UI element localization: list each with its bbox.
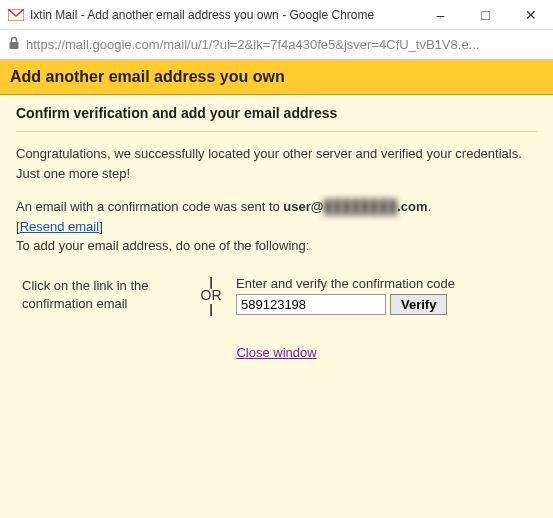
code-label: Enter and verify the confirmation code [236,276,537,291]
page-header: Add another email address you own [0,60,553,95]
sent-blur: ████████ [324,199,398,214]
congrats-line1: Congratulations, we successfully located… [16,146,522,161]
lock-icon [8,36,20,53]
address-bar[interactable]: https://mail.google.com/mail/u/1/?ui=2&i… [0,30,553,60]
congrats-line2: Just one more step! [16,166,130,181]
close-window-link[interactable]: Close window [236,345,316,360]
options-row: Click on the link in the confirmation em… [16,276,537,315]
content-area: Confirm verification and add your email … [0,95,553,518]
sent-prefix: An email with a confirmation code was se… [16,199,283,214]
verify-button[interactable]: Verify [390,294,447,315]
url-text: https://mail.google.com/mail/u/1/?ui=2&i… [26,37,479,52]
close-window-row: Close window [16,345,537,360]
congrats-text: Congratulations, we successfully located… [16,144,537,183]
sent-user: user@ [283,199,323,214]
resend-email-link[interactable]: Resend email [20,219,100,234]
gmail-icon [8,9,24,21]
option-enter-code: Enter and verify the confirmation code V… [236,276,537,315]
sent-domain: .com [397,199,427,214]
code-input-row: Verify [236,294,537,315]
option-click-link: Click on the link in the confirmation em… [16,277,186,313]
sub-header: Confirm verification and add your email … [16,105,537,132]
confirmation-code-input[interactable] [236,294,386,315]
or-divider: | OR | [186,277,236,313]
maximize-button[interactable]: □ [463,0,508,30]
window-titlebar: Ixtin Mail - Add another email address y… [0,0,553,30]
sent-text: An email with a confirmation code was se… [16,197,537,256]
divider-bar-top: | [209,277,213,286]
sent-todo: To add your email address, do one of the… [16,238,309,253]
minimize-button[interactable]: – [418,0,463,30]
svg-rect-1 [10,42,19,49]
sent-suffix: . [428,199,432,214]
close-button[interactable]: ✕ [508,0,553,30]
window-controls: – □ ✕ [418,0,553,30]
page-title: Add another email address you own [10,68,543,86]
divider-bar-bottom: | [209,304,213,313]
window-title: Ixtin Mail - Add another email address y… [30,8,418,22]
